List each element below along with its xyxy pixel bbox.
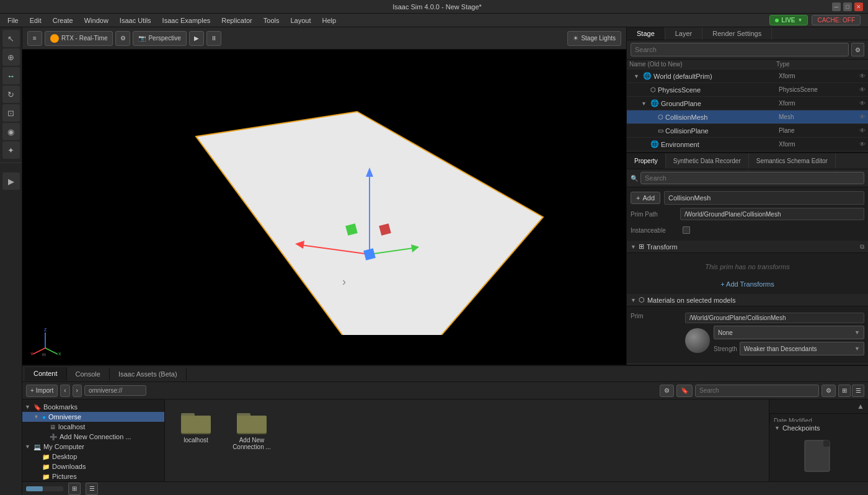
tab-isaac-assets[interactable]: Isaac Assets (Beta) (110, 368, 187, 380)
tab-content[interactable]: Content (25, 367, 67, 381)
environment-eye-icon[interactable]: 👁 (859, 141, 866, 148)
tab-stage[interactable]: Stage (627, 27, 665, 40)
nav-forward-btn[interactable]: › (73, 385, 82, 397)
strength-select[interactable]: Weaker than Descendants ▼ (740, 342, 864, 355)
menu-layout[interactable]: Layout (285, 16, 316, 25)
prim-name-field[interactable]: CollisionMesh (664, 191, 864, 205)
menu-edit[interactable]: Edit (25, 16, 46, 25)
physics-eye-icon[interactable]: 👁 (859, 86, 866, 93)
expand-environment[interactable]: ▶ (641, 141, 649, 148)
tab-synthetic-data[interactable]: Synthetic Data Recorder (666, 153, 749, 169)
tool-move[interactable]: ↔ (2, 67, 20, 84)
stage-row-environment[interactable]: ▶ 🌐 Environment Xform 👁 (627, 138, 868, 151)
tree-localhost[interactable]: ▶ 🖥 localhost (22, 422, 164, 432)
rtx-mode-btn[interactable]: RTX - Real-Time (45, 31, 113, 46)
menu-isaac-examples[interactable]: Isaac Examples (157, 16, 216, 25)
transform-section-header[interactable]: ▼ ⊞ Transform ⧉ (627, 241, 868, 253)
menu-create[interactable]: Create (48, 16, 78, 25)
checkpoints-header[interactable]: ▼ Checkpoints (769, 422, 868, 434)
tool-select[interactable]: ↖ (2, 30, 20, 47)
file-item-add-connection[interactable]: Add New Connection ... (227, 406, 277, 454)
stage-filter-btn[interactable]: ⚙ (851, 43, 864, 56)
stage-row-physics[interactable]: ▶ ⬡ PhysicsScene PhysicsScene 👁 (627, 83, 868, 97)
tree-bookmarks[interactable]: ▼ 🔖 Bookmarks (22, 402, 164, 412)
tab-property[interactable]: Property (627, 153, 666, 169)
import-btn[interactable]: + Import (26, 385, 58, 397)
stage-row-collisionplane[interactable]: ▶ ▭ CollisionPlane Plane 👁 (627, 124, 868, 138)
content-bookmark-btn[interactable]: 🔖 (676, 385, 693, 397)
materials-collapse[interactable]: ▼ (631, 297, 636, 303)
tool-add[interactable]: ⊕ (2, 48, 20, 66)
file-item-localhost[interactable]: localhost (171, 406, 221, 454)
stage-lights-btn[interactable]: ☀ Stage Lights (567, 31, 621, 46)
tree-desktop[interactable]: ▶ 📁 Desktop (22, 452, 164, 462)
tree-omniverse[interactable]: ▼ ● Omniverse (22, 412, 164, 422)
content-filter2-btn[interactable]: ⚙ (822, 385, 836, 397)
stage-search-input[interactable] (631, 43, 849, 56)
camera-list-btn[interactable]: ▶ (189, 31, 204, 46)
expand-groundplane[interactable]: ▼ (641, 100, 649, 107)
breadcrumb[interactable]: omniverse:// (84, 385, 146, 396)
expand-physics[interactable]: ▶ (641, 87, 649, 93)
tree-downloads[interactable]: ▶ 📁 Downloads (22, 462, 164, 471)
tab-layer[interactable]: Layer (665, 27, 703, 40)
menu-help[interactable]: Help (317, 16, 342, 25)
menu-window[interactable]: Window (79, 16, 113, 25)
list-view-btn[interactable]: ☰ (852, 385, 864, 397)
tool-camera[interactable]: ◉ (2, 123, 20, 140)
menu-file[interactable]: File (2, 16, 24, 25)
stage-row-world[interactable]: ▼ 🌐 World (defaultPrim) Xform 👁 (627, 69, 868, 83)
tool-rotate[interactable]: ↻ (2, 86, 20, 103)
expand-collisionplane[interactable]: ▶ (649, 128, 656, 134)
display-mode-btn[interactable]: ⏸ (206, 31, 221, 46)
status-grid-btn[interactable]: ⊞ (68, 483, 81, 495)
live-button[interactable]: LIVE ▼ (769, 15, 808, 25)
materials-section-header[interactable]: ▼ ⬡ Materials on selected models (627, 294, 868, 306)
cache-button[interactable]: CACHE: OFF (812, 15, 861, 25)
viewport-canvas[interactable]: › Z X Y m (22, 50, 626, 365)
tool-scale[interactable]: ⊡ (2, 104, 20, 122)
menu-isaac-utils[interactable]: Isaac Utils (115, 16, 156, 25)
grid-view-btn[interactable]: ⊞ (838, 385, 851, 397)
tab-render-settings[interactable]: Render Settings (702, 27, 772, 40)
nav-back-btn[interactable]: ‹ (60, 385, 69, 397)
expand-collisionmesh[interactable]: ▶ (649, 114, 656, 120)
tool-lights[interactable]: ✦ (2, 141, 20, 159)
expand-omniverse[interactable]: ▼ (33, 414, 41, 420)
close-button[interactable]: ✕ (854, 2, 863, 11)
tree-add-connection[interactable]: ▶ ➕ Add New Connection ... (22, 432, 164, 442)
transform-copy-icon[interactable]: ⧉ (860, 243, 864, 251)
collisionmesh-eye-icon[interactable]: 👁 (859, 114, 866, 120)
stage-row-groundplane[interactable]: ▼ 🌐 GroundPlane Xform 👁 (627, 97, 868, 110)
instanceable-checkbox[interactable] (683, 226, 690, 234)
viewport-menu-btn[interactable]: ≡ (27, 31, 42, 46)
add-transforms-btn[interactable]: + Add Transforms (631, 278, 864, 290)
maximize-button[interactable]: □ (843, 2, 852, 11)
material-none-select[interactable]: None ▼ (714, 326, 864, 339)
info-collapse-btn[interactable]: ▲ (857, 402, 864, 411)
status-list-btn[interactable]: ☰ (86, 483, 98, 495)
stage-row-collisionmesh[interactable]: ▶ ⬡ CollisionMesh Mesh 👁 (627, 110, 868, 124)
property-search-input[interactable] (640, 172, 864, 184)
collisionplane-eye-icon[interactable]: 👁 (859, 127, 866, 134)
viewport-settings-btn[interactable]: ⚙ (115, 31, 130, 46)
groundplane-eye-icon[interactable]: 👁 (859, 100, 866, 107)
expand-my-computer[interactable]: ▼ (25, 444, 32, 450)
transform-collapse[interactable]: ▼ (631, 244, 636, 250)
tree-pictures[interactable]: ▶ 📁 Pictures (22, 471, 164, 481)
expand-world[interactable]: ▼ (634, 73, 641, 79)
tab-console[interactable]: Console (67, 368, 110, 380)
menu-replicator[interactable]: Replicator (216, 16, 257, 25)
menu-tools[interactable]: Tools (259, 16, 285, 25)
add-property-btn[interactable]: + Add (631, 192, 660, 204)
tool-play[interactable]: ▶ (2, 172, 20, 190)
minimize-button[interactable]: ─ (832, 2, 841, 11)
content-filter-btn[interactable]: ⚙ (660, 385, 674, 397)
tree-my-computer[interactable]: ▼ 💻 My Computer (22, 442, 164, 452)
expand-bookmarks[interactable]: ▼ (25, 404, 32, 410)
camera-btn[interactable]: 📷 Perspective (133, 31, 186, 46)
world-eye-icon[interactable]: 👁 (859, 73, 866, 79)
content-search-input[interactable] (695, 385, 819, 397)
expand-localhost[interactable]: ▶ (41, 424, 48, 430)
tab-semantics[interactable]: Semantics Schema Editor (749, 153, 836, 169)
